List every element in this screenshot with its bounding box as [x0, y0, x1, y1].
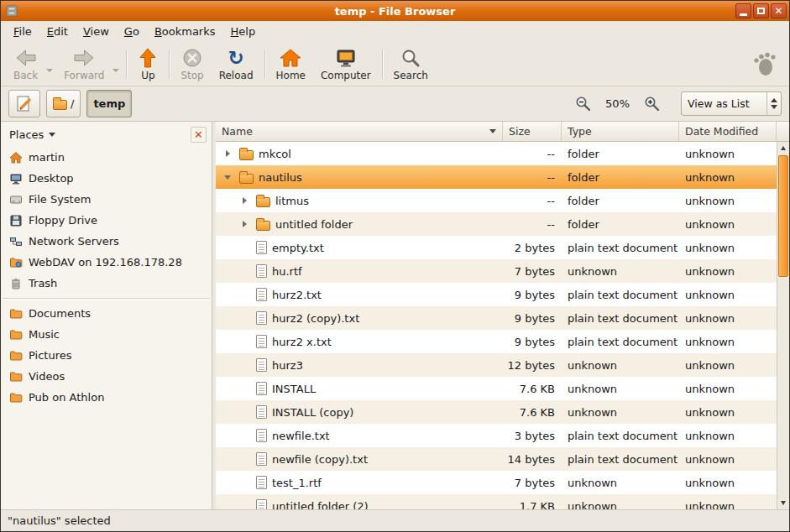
document-icon [256, 452, 267, 466]
expander-icon[interactable] [239, 218, 251, 230]
menu-edit[interactable]: Edit [39, 21, 76, 43]
table-row[interactable]: newfile.txt 3 bytes plain text document … [216, 424, 777, 447]
file-type: folder [562, 195, 679, 207]
sidebar-item-documents[interactable]: Documents [1, 303, 212, 324]
file-type: plain text document [562, 336, 679, 348]
sidebar-item-network-servers[interactable]: Network Servers [1, 231, 212, 252]
stop-button[interactable]: Stop [173, 44, 211, 85]
file-size: 9 bytes [503, 289, 562, 301]
file-type: plain text document [562, 312, 679, 325]
sidebar-item-floppy-drive[interactable]: Floppy Drive [1, 210, 212, 231]
table-row[interactable]: hurz2 (copy).txt 9 bytes plain text docu… [216, 306, 777, 330]
table-row[interactable]: empty.txt 2 bytes plain text document un… [216, 236, 777, 259]
sidebar-item-webdav[interactable]: WebDAV on 192.168.178.28 [1, 252, 212, 273]
expander-icon[interactable] [222, 171, 234, 183]
close-icon: ✕ [774, 6, 782, 16]
zoom-out-icon [575, 96, 591, 112]
column-header-date-modified[interactable]: Date Modified [679, 122, 777, 141]
back-button[interactable]: Back [6, 45, 45, 83]
file-date: unknown [679, 148, 777, 160]
expander-icon[interactable] [239, 195, 251, 206]
table-row[interactable]: newfile (copy).txt 14 bytes plain text d… [216, 447, 777, 471]
sidebar-item-file-system[interactable]: File System [1, 189, 212, 210]
stepper-up-icon [771, 98, 777, 102]
menu-help[interactable]: Help [223, 21, 264, 43]
file-name: hurz3 [272, 359, 303, 372]
up-button[interactable]: Up [130, 44, 165, 85]
column-header-size[interactable]: Size [503, 122, 562, 141]
table-row[interactable]: hu.rtf 7 bytes unknown unknown [216, 259, 777, 283]
sidebar-item-trash[interactable]: Trash [1, 273, 212, 294]
view-mode-select[interactable]: View as List [681, 91, 782, 116]
table-row[interactable]: untitled folder -- folder unknown [216, 212, 777, 236]
file-size: 14 bytes [503, 453, 562, 466]
maximize-button[interactable] [753, 3, 769, 18]
menu-file[interactable]: File [6, 21, 39, 43]
search-button[interactable]: Search [386, 44, 436, 85]
table-row[interactable]: hurz2 x.txt 9 bytes plain text document … [216, 330, 777, 353]
minimize-button[interactable] [735, 3, 751, 18]
file-size: -- [503, 171, 562, 184]
scroll-up-button[interactable] [777, 142, 789, 154]
close-button[interactable]: ✕ [771, 3, 787, 18]
view-mode-stepper[interactable] [766, 92, 781, 115]
reload-button[interactable]: ↻ Reload [212, 44, 261, 85]
sidebar-separator [3, 298, 210, 299]
sidebar-item-label: File System [29, 193, 91, 206]
maximize-icon [757, 8, 765, 14]
file-type: folder [562, 218, 679, 231]
trash-icon [9, 277, 23, 290]
zoom-in-button[interactable] [641, 92, 663, 115]
title-bar[interactable]: temp - File Browser ✕ [1, 1, 789, 21]
webdav-folder-icon [9, 256, 23, 269]
column-header-type[interactable]: Type [562, 122, 679, 141]
sidebar-close-button[interactable]: ✕ [191, 127, 207, 143]
table-row[interactable]: mkcol -- folder unknown [216, 142, 777, 165]
table-row[interactable]: INSTALL 7.6 KB unknown unknown [216, 377, 777, 400]
back-dropdown-icon[interactable] [46, 69, 53, 72]
forward-button[interactable]: Forward [56, 45, 112, 83]
sidebar-item-videos[interactable]: Videos [1, 366, 212, 387]
table-row[interactable]: INSTALL (copy) 7.6 KB unknown unknown [216, 400, 777, 424]
path-current-button[interactable]: temp [86, 90, 132, 117]
file-date: unknown [679, 171, 777, 184]
table-row[interactable]: test_1.rtf 7 bytes unknown unknown [216, 471, 777, 494]
file-size: 7 bytes [503, 265, 562, 278]
reload-icon: ↻ [228, 47, 243, 69]
sidebar-item-martin[interactable]: martin [1, 147, 212, 168]
sidebar-item-desktop[interactable]: Desktop [1, 168, 212, 189]
zoom-out-button[interactable] [572, 92, 594, 115]
sidebar-item-pictures[interactable]: Pictures [1, 345, 212, 366]
table-row-selected[interactable]: nautilus -- folder unknown [216, 165, 777, 189]
sidebar-item-music[interactable]: Music [1, 324, 212, 345]
file-name: nautilus [259, 171, 302, 184]
sidebar-item-pub-on-athlon[interactable]: Pub on Athlon [1, 387, 212, 408]
table-row[interactable]: untitled folder (2) 1.7 KB unknown unkno… [216, 494, 777, 509]
folder-icon [256, 221, 270, 231]
home-button[interactable]: Home [269, 44, 313, 85]
forward-dropdown-icon[interactable] [112, 69, 119, 72]
expander-icon[interactable] [222, 148, 234, 159]
toolbar-separator [126, 50, 127, 79]
places-selector[interactable]: Places [9, 128, 55, 141]
header-corner [777, 122, 789, 141]
scrollbar-trough[interactable] [777, 278, 789, 497]
sidebar-item-label: Documents [29, 307, 91, 320]
computer-button[interactable]: Computer [313, 44, 379, 85]
table-row[interactable]: hurz3 12 bytes unknown unknown [216, 353, 777, 377]
scrollbar-thumb[interactable] [778, 155, 788, 277]
table-row[interactable]: hurz2.txt 9 bytes plain text document un… [216, 283, 777, 306]
file-date: unknown [679, 477, 777, 489]
menu-view[interactable]: View [76, 21, 117, 43]
edit-location-button[interactable] [8, 90, 40, 117]
menu-go[interactable]: Go [117, 21, 147, 43]
column-header-name[interactable]: Name [216, 122, 503, 141]
file-size: 2 bytes [503, 242, 562, 254]
path-root-button[interactable]: / [46, 90, 81, 117]
file-name: newfile (copy).txt [272, 453, 368, 466]
scroll-down-button[interactable] [777, 497, 789, 509]
menu-bookmarks[interactable]: Bookmarks [147, 21, 223, 43]
file-size: -- [503, 148, 562, 160]
table-row[interactable]: litmus -- folder unknown [216, 189, 777, 212]
vertical-scrollbar[interactable] [777, 142, 789, 509]
